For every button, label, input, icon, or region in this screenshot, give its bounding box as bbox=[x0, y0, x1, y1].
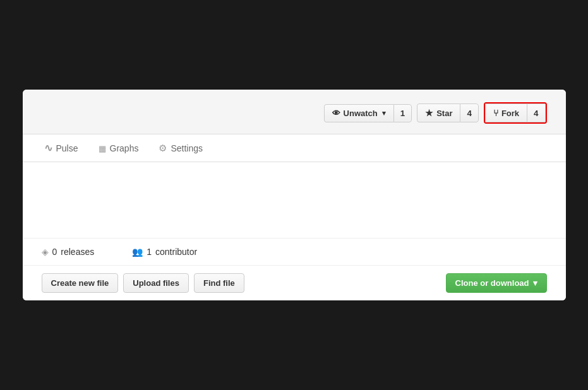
stats-bar: 0 releases 1 contributor bbox=[23, 238, 566, 265]
unwatch-label: Unwatch bbox=[344, 109, 378, 118]
create-new-file-button[interactable]: Create new file bbox=[42, 273, 119, 293]
fork-label: Fork bbox=[501, 109, 519, 118]
releases-label: releases bbox=[61, 247, 94, 257]
settings-icon bbox=[159, 143, 167, 154]
nav-bar: Pulse Graphs Settings bbox=[23, 134, 566, 162]
contributors-label: contributor bbox=[155, 247, 197, 257]
content-area bbox=[23, 162, 566, 238]
find-file-button[interactable]: Find file bbox=[194, 273, 244, 293]
unwatch-group: Unwatch ▾ 1 bbox=[324, 104, 412, 122]
eye-icon bbox=[332, 109, 340, 118]
clone-dropdown-arrow: ▾ bbox=[533, 278, 537, 288]
main-card: Unwatch ▾ 1 Star 4 Fork 4 bbox=[23, 90, 566, 300]
nav-pulse[interactable]: Pulse bbox=[42, 134, 81, 162]
nav-graphs-label: Graphs bbox=[110, 143, 139, 153]
graphs-icon bbox=[99, 143, 106, 154]
star-label: Star bbox=[436, 109, 452, 118]
star-count[interactable]: 4 bbox=[460, 103, 478, 122]
find-file-label: Find file bbox=[203, 278, 235, 288]
action-bar: Create new file Upload files Find file C… bbox=[23, 265, 566, 300]
fork-group: Fork 4 bbox=[484, 102, 547, 124]
pulse-icon bbox=[44, 142, 52, 154]
unwatch-button[interactable]: Unwatch ▾ bbox=[324, 104, 393, 122]
unwatch-count[interactable]: 1 bbox=[393, 104, 412, 122]
star-icon bbox=[425, 108, 433, 118]
fork-button[interactable]: Fork bbox=[485, 103, 527, 122]
tag-icon bbox=[42, 246, 49, 257]
star-button[interactable]: Star bbox=[417, 103, 460, 122]
fork-count[interactable]: 4 bbox=[527, 103, 545, 122]
upload-files-button[interactable]: Upload files bbox=[123, 273, 189, 293]
releases-count: 0 bbox=[52, 247, 57, 257]
people-icon bbox=[132, 246, 143, 257]
contributors-stat[interactable]: 1 contributor bbox=[132, 246, 197, 257]
nav-pulse-label: Pulse bbox=[56, 143, 78, 153]
create-new-file-label: Create new file bbox=[51, 278, 109, 288]
upload-files-label: Upload files bbox=[133, 278, 179, 288]
star-group: Star 4 bbox=[417, 103, 479, 122]
nav-settings-label: Settings bbox=[171, 143, 203, 153]
fork-icon bbox=[493, 108, 498, 118]
contributors-count: 1 bbox=[147, 247, 152, 257]
unwatch-caret: ▾ bbox=[382, 109, 386, 117]
nav-settings[interactable]: Settings bbox=[156, 135, 205, 162]
clone-or-download-label: Clone or download bbox=[455, 278, 529, 288]
releases-stat[interactable]: 0 releases bbox=[42, 246, 95, 257]
top-bar: Unwatch ▾ 1 Star 4 Fork 4 bbox=[23, 90, 566, 134]
nav-graphs[interactable]: Graphs bbox=[96, 135, 141, 162]
clone-or-download-button[interactable]: Clone or download ▾ bbox=[446, 273, 547, 293]
